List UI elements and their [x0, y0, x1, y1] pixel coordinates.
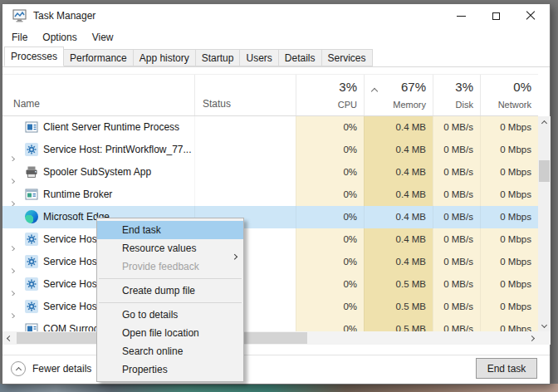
menu-options[interactable]: Options [35, 29, 84, 46]
maximize-button[interactable] [478, 4, 513, 27]
table-row-client-server-runtime[interactable]: Client Server Runtime Process 0% 0.4 MB … [2, 116, 538, 139]
tab-app-history[interactable]: App history [133, 49, 196, 66]
memory-cell: 0.5 MB [364, 296, 433, 318]
network-cell: 0 Mbps [480, 228, 538, 251]
expand-chevron-icon[interactable] [10, 192, 14, 206]
menu-item-go-to-details[interactable]: Go to details [97, 306, 243, 324]
network-cell: 0 Mbps [480, 251, 538, 273]
menu-item-label: Create dump file [122, 285, 195, 296]
expand-chevron-icon[interactable] [10, 147, 14, 161]
table-row-spooler[interactable]: Spooler SubSystem App 0% 0.4 MB 0 MB/s 0… [2, 161, 538, 184]
expand-chevron-icon[interactable] [10, 169, 14, 184]
disk-cell: 0 MB/s [433, 296, 480, 318]
vertical-scrollbar[interactable] [538, 116, 551, 331]
memory-column-label: Memory [393, 100, 426, 110]
network-cell: 0 Mbps [480, 296, 538, 318]
menu-item-label: Properties [122, 364, 168, 375]
edge-icon [25, 210, 38, 223]
tab-details[interactable]: Details [278, 49, 322, 66]
menu-item-properties[interactable]: Properties [97, 360, 243, 379]
cpu-cell: 0% [296, 139, 364, 161]
fewer-details-toggle[interactable]: Fewer details [11, 361, 91, 376]
network-column-label: Network [498, 100, 531, 110]
scroll-down-button[interactable] [538, 318, 551, 331]
tab-users[interactable]: Users [239, 49, 278, 66]
column-header-cpu[interactable]: 3% CPU [296, 75, 364, 115]
menu-item-label: Provide feedback [122, 261, 199, 272]
vertical-scrollbar-thumb[interactable] [539, 160, 550, 182]
gear-icon [25, 277, 38, 291]
table-row-service-host[interactable]: Service Host: ... 0% 0.5 MB 0 MB/s 0 Mbp… [2, 273, 538, 296]
column-header-memory[interactable]: 67% Memory [364, 75, 433, 115]
cpu-cell: 0% [296, 251, 364, 273]
menu-separator [99, 302, 242, 303]
status-cell [194, 161, 296, 184]
disk-total-value: 3% [455, 80, 473, 94]
table-row-service-host[interactable]: Service Host: ... 0% 0.4 MB 0 MB/s 0 Mbp… [2, 251, 538, 273]
table-row-service-host-printworkflow[interactable]: Service Host: PrintWorkflow_77... 0% 0.4… [2, 139, 538, 161]
table-row-microsoft-edge-selected[interactable]: Microsoft Edge 0% 0.4 MB 0 MB/s 0 Mbps [2, 206, 538, 228]
tab-performance[interactable]: Performance [63, 49, 134, 66]
memory-cell: 0.4 MB [364, 139, 433, 161]
disk-cell: 0 MB/s [433, 228, 480, 251]
expand-chevron-icon[interactable] [10, 282, 14, 296]
menu-item-end-task[interactable]: End task [97, 221, 243, 239]
window-title: Task Manager [33, 10, 95, 22]
table-row-runtime-broker[interactable]: Runtime Broker 0% 0.4 MB 0 MB/s 0 Mbps [2, 184, 538, 206]
memory-cell: 0.5 MB [364, 273, 433, 296]
title-bar[interactable]: Task Manager [2, 4, 550, 27]
scroll-left-button[interactable] [2, 331, 16, 345]
process-name: Runtime Broker [43, 184, 112, 206]
memory-total-value: 67% [401, 80, 426, 94]
column-header-name[interactable]: Name [2, 75, 194, 115]
network-cell: 0 Mbps [480, 139, 538, 161]
horizontal-scrollbar[interactable] [2, 331, 538, 345]
menu-item-search-online[interactable]: Search online [97, 342, 243, 360]
tab-services[interactable]: Services [321, 49, 373, 66]
footer-bar: Fewer details End task [2, 355, 550, 384]
tab-processes[interactable]: Processes [4, 47, 64, 66]
disk-column-label: Disk [456, 100, 473, 110]
scroll-right-button[interactable] [525, 331, 538, 345]
scroll-up-button[interactable] [538, 116, 551, 130]
menu-item-label: Resource values [122, 243, 196, 254]
menu-file[interactable]: File [4, 29, 35, 46]
expand-chevron-icon[interactable] [10, 259, 14, 273]
close-button[interactable] [513, 4, 548, 27]
expand-chevron-icon[interactable] [10, 304, 14, 318]
status-cell [194, 139, 296, 161]
desktop-background-bottom [0, 384, 558, 392]
menu-item-create-dump-file[interactable]: Create dump file [97, 282, 243, 300]
network-total-value: 0% [513, 80, 531, 94]
gear-icon [25, 233, 38, 246]
tab-bar: Processes Performance App history Startu… [2, 47, 550, 67]
menu-item-provide-feedback: Provide feedback [97, 257, 243, 276]
gear-icon [25, 255, 38, 268]
task-manager-window: Task Manager File Options View Processes… [2, 3, 551, 385]
menu-item-open-file-location[interactable]: Open file location [97, 324, 243, 342]
window-app-icon [25, 188, 38, 201]
network-cell: 0 Mbps [480, 116, 538, 139]
menu-view[interactable]: View [85, 29, 121, 46]
gear-icon [25, 300, 38, 313]
expand-chevron-icon[interactable] [10, 237, 14, 251]
column-header-disk[interactable]: 3% Disk [433, 75, 480, 115]
chevron-down-icon [541, 321, 547, 327]
menu-item-resource-values[interactable]: Resource values [97, 239, 243, 257]
chevron-left-icon [6, 335, 12, 341]
disk-cell: 0 MB/s [433, 139, 480, 161]
cpu-cell: 0% [296, 206, 364, 228]
end-task-button[interactable]: End task [476, 358, 537, 379]
window-app-icon [25, 120, 38, 134]
column-header-network[interactable]: 0% Network [480, 75, 538, 115]
column-header-status[interactable]: Status [194, 75, 296, 115]
tab-startup[interactable]: Startup [195, 49, 241, 66]
table-row-service-host[interactable]: Service Host: ... 0% 0.4 MB 0 MB/s 0 Mbp… [2, 228, 538, 251]
status-column-label: Status [203, 98, 231, 110]
cpu-cell: 0% [296, 296, 364, 318]
cpu-cell: 0% [296, 273, 364, 296]
table-row-service-host[interactable]: Service Host: ... 0% 0.5 MB 0 MB/s 0 Mbp… [2, 296, 538, 318]
process-name: Service Host: PrintWorkflow_77... [43, 139, 192, 161]
menu-item-label: Open file location [122, 327, 199, 339]
minimize-button[interactable] [443, 4, 478, 27]
